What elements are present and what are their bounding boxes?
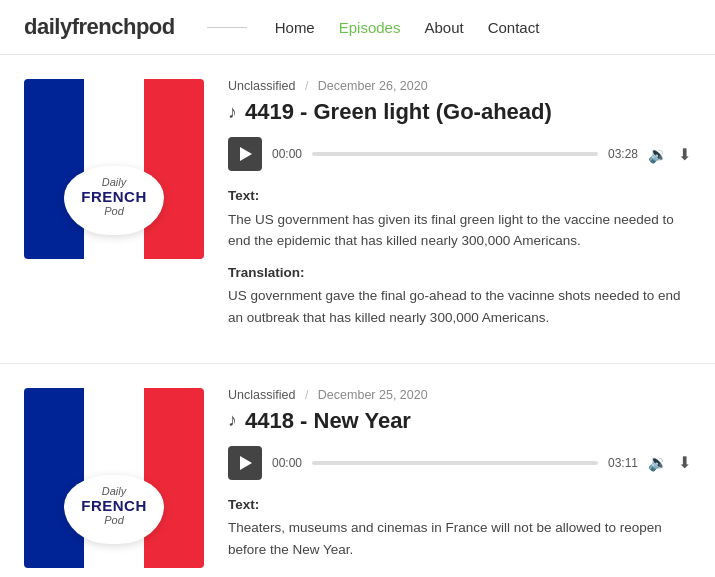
episode-info: Unclassified / December 26, 2020 ♪ 4419 … — [228, 79, 691, 339]
music-note-icon: ♪ — [228, 410, 237, 431]
progress-bar[interactable] — [312, 152, 598, 156]
episode-card: Daily FRENCH Pod Unclassified / December… — [0, 55, 715, 364]
text-label: Text: — [228, 185, 691, 207]
play-icon — [240, 147, 252, 161]
audio-player: 00:00 03:11 🔉 ⬇ — [228, 446, 691, 480]
play-icon — [240, 456, 252, 470]
translation-section: Translation: US government gave the fina… — [228, 262, 691, 329]
nav-about[interactable]: About — [424, 19, 463, 36]
flag-blue — [24, 79, 84, 259]
translation-body: US government gave the final go-ahead to… — [228, 285, 691, 328]
play-button[interactable] — [228, 446, 262, 480]
flag-blue — [24, 388, 84, 568]
logo-separator — [207, 27, 247, 28]
flag-red — [144, 388, 204, 568]
text-label: Text: — [228, 494, 691, 516]
play-button[interactable] — [228, 137, 262, 171]
badge-french: FRENCH — [80, 497, 148, 514]
header: dailyfrenchpod Home Episodes About Conta… — [0, 0, 715, 55]
time-start: 00:00 — [272, 147, 302, 161]
main-nav: Home Episodes About Contact — [275, 19, 540, 36]
episode-meta: Unclassified / December 26, 2020 — [228, 79, 691, 93]
time-end: 03:11 — [608, 456, 638, 470]
meta-separator: / — [305, 388, 308, 402]
badge-pod: Pod — [80, 205, 148, 217]
meta-separator: / — [305, 79, 308, 93]
episode-category: Unclassified — [228, 388, 295, 402]
episode-thumbnail: Daily FRENCH Pod — [24, 79, 204, 259]
translation-label: Translation: — [228, 262, 691, 284]
badge-daily: Daily — [80, 485, 148, 497]
time-start: 00:00 — [272, 456, 302, 470]
episode-category: Unclassified — [228, 79, 295, 93]
badge-pod: Pod — [80, 514, 148, 526]
volume-icon[interactable]: 🔉 — [648, 453, 668, 472]
text-body: Theaters, museums and cinemas in France … — [228, 517, 691, 560]
brand-badge: Daily FRENCH Pod — [64, 475, 164, 544]
episode-title: ♪ 4419 - Green light (Go-ahead) — [228, 99, 691, 125]
text-body: The US government has given its final gr… — [228, 209, 691, 252]
episode-meta: Unclassified / December 25, 2020 — [228, 388, 691, 402]
nav-contact[interactable]: Contact — [488, 19, 540, 36]
episode-info: Unclassified / December 25, 2020 ♪ 4418 … — [228, 388, 691, 571]
flag-red — [144, 79, 204, 259]
episode-thumbnail: Daily FRENCH Pod — [24, 388, 204, 568]
progress-bar[interactable] — [312, 461, 598, 465]
episode-title-text: 4418 - New Year — [245, 408, 411, 434]
episode-title: ♪ 4418 - New Year — [228, 408, 691, 434]
episode-card: Daily FRENCH Pod Unclassified / December… — [0, 364, 715, 577]
episode-text-section: Text: Theaters, museums and cinemas in F… — [228, 494, 691, 561]
episode-title-text: 4419 - Green light (Go-ahead) — [245, 99, 552, 125]
badge-daily: Daily — [80, 176, 148, 188]
main-content: Daily FRENCH Pod Unclassified / December… — [0, 55, 715, 577]
nav-home[interactable]: Home — [275, 19, 315, 36]
episode-text-section: Text: The US government has given its fi… — [228, 185, 691, 329]
nav-episodes[interactable]: Episodes — [339, 19, 401, 36]
logo-light: daily — [24, 14, 72, 39]
download-icon[interactable]: ⬇ — [678, 453, 691, 472]
episode-date: December 25, 2020 — [318, 388, 428, 402]
music-note-icon: ♪ — [228, 102, 237, 123]
episode-date: December 26, 2020 — [318, 79, 428, 93]
logo-bold: frenchpod — [72, 14, 175, 39]
logo: dailyfrenchpod — [24, 14, 175, 40]
badge-french: FRENCH — [80, 188, 148, 205]
audio-player: 00:00 03:28 🔉 ⬇ — [228, 137, 691, 171]
time-end: 03:28 — [608, 147, 638, 161]
brand-badge: Daily FRENCH Pod — [64, 166, 164, 235]
download-icon[interactable]: ⬇ — [678, 145, 691, 164]
volume-icon[interactable]: 🔉 — [648, 145, 668, 164]
